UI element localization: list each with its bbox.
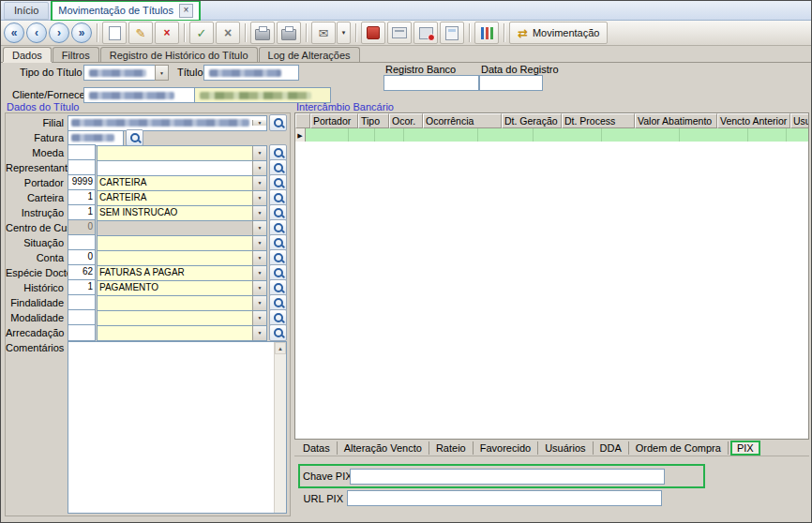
arrecadacao-dropdown-value	[98, 326, 252, 340]
column-header-ocor[interactable]: Ocor.	[389, 113, 423, 128]
tab-movimentacao-de-titulos[interactable]: Movimentação de Títulos ×	[51, 0, 201, 22]
historico-dropdown[interactable]: PAGAMENTO▼	[97, 280, 267, 296]
comentarios-textarea[interactable]: ▲	[68, 341, 287, 514]
row-marker-cell: ▶	[295, 128, 306, 142]
centro-de-custo-dropdown[interactable]: ▼	[97, 220, 267, 236]
new-record-button[interactable]	[102, 22, 127, 44]
tab-alteracao-vencto[interactable]: Alteração Vencto	[338, 441, 429, 455]
tab-usuarios[interactable]: Usuários	[538, 441, 593, 455]
close-tab-icon[interactable]: ×	[179, 4, 193, 18]
tab-dados[interactable]: Dados	[3, 47, 52, 62]
delete-record-button[interactable]: ×	[155, 22, 179, 44]
money-button[interactable]	[414, 22, 438, 44]
chart-button[interactable]	[474, 22, 499, 44]
grid-header-row: PortadorTipoOcor.OcorrênciaDt. GeraçãoDt…	[295, 113, 808, 128]
field-row-conta: Conta0▼	[6, 250, 290, 265]
chevron-down-icon: ▼	[252, 161, 266, 175]
findalidade-dropdown[interactable]: ▼	[97, 295, 267, 311]
nav-first-button[interactable]: «	[4, 22, 24, 43]
intercambio-bancario-title: Intercâmbio Bancário	[296, 102, 809, 112]
filial-lookup-button[interactable]	[269, 114, 287, 131]
fatura-lookup-button[interactable]	[126, 129, 143, 146]
representante-dropdown-value	[98, 161, 252, 175]
tab-rateio[interactable]: Rateio	[429, 441, 474, 455]
tab-log-de-alteracoes[interactable]: Log de Alterações	[259, 47, 360, 62]
registro-banco-input[interactable]	[383, 75, 479, 91]
nav-next-button[interactable]: ›	[49, 22, 69, 43]
tab-registro-de-historico-do-titulo[interactable]: Registro de Histórico do Título	[100, 47, 258, 62]
cliente-fornecedor-code-field[interactable]	[83, 87, 196, 103]
column-header-dt-geracao[interactable]: Dt. Geração	[502, 113, 562, 128]
tab-filtros[interactable]: Filtros	[53, 47, 99, 62]
nav-prev-button[interactable]: ‹	[26, 22, 47, 43]
toolbar-separator	[97, 23, 98, 42]
cell-valor-abatimento	[602, 128, 680, 142]
column-header-dt-process[interactable]: Dt. Process	[562, 113, 635, 128]
card-button[interactable]	[387, 22, 412, 44]
titulo-field[interactable]	[203, 65, 299, 81]
situacao-dropdown[interactable]: ▼	[97, 235, 267, 251]
scroll-up-icon[interactable]: ▲	[275, 342, 286, 354]
cell-dt-process	[534, 128, 602, 142]
red-document-icon	[367, 26, 380, 39]
fatura-input[interactable]	[68, 130, 124, 146]
send-mail-dropdown-button[interactable]: ▼	[337, 22, 351, 44]
arrecadacao-lookup-button[interactable]	[269, 324, 287, 341]
modalidade-label: Modalidade	[6, 312, 68, 323]
print-preview-button[interactable]	[277, 22, 301, 44]
cancel-icon: ×	[224, 26, 232, 39]
tab-favorecido[interactable]: Favorecido	[474, 441, 538, 455]
grid-selected-row[interactable]: ▶	[295, 128, 808, 142]
instrucao-dropdown[interactable]: SEM INSTRUCAO▼	[97, 205, 267, 221]
arrecadacao-code-input[interactable]	[68, 324, 96, 341]
column-header-ocorrencia[interactable]: Ocorrência	[423, 113, 502, 128]
column-header-tipo[interactable]: Tipo	[358, 113, 389, 128]
portador-dropdown[interactable]: CARTEIRA▼	[97, 175, 267, 191]
modalidade-dropdown[interactable]: ▼	[97, 310, 267, 326]
especie-docto-dropdown[interactable]: FATURAS A PAGAR▼	[97, 265, 267, 281]
tipo-do-titulo-field[interactable]	[83, 65, 160, 81]
send-mail-button[interactable]: ✉	[311, 22, 336, 44]
column-header-usuario[interactable]: Usuário	[790, 113, 809, 128]
representante-dropdown[interactable]: ▼	[97, 160, 267, 176]
comentarios-scrollbar[interactable]: ▲	[274, 342, 286, 513]
tab-dda[interactable]: DDA	[594, 441, 629, 455]
url-pix-input[interactable]	[347, 490, 662, 506]
chevron-down-icon: ▼	[252, 146, 266, 160]
movimentacao-button[interactable]: ⇄Movimentação	[509, 22, 608, 44]
filial-input[interactable]: ▼	[68, 115, 267, 131]
chevron-down-icon: ▼	[252, 191, 266, 205]
chave-pix-input[interactable]	[350, 469, 665, 485]
chevron-down-icon: ▼	[341, 30, 347, 36]
field-row-centro-de-custo: Centro de Custo0▼	[6, 220, 290, 235]
cancel-button[interactable]: ×	[216, 22, 240, 44]
tab-datas[interactable]: Datas	[296, 441, 338, 455]
confirm-button[interactable]: ✓	[189, 22, 214, 44]
redacted-text	[71, 119, 249, 127]
report-button[interactable]	[440, 22, 464, 44]
nav-last-button[interactable]: »	[71, 22, 92, 43]
moeda-dropdown[interactable]: ▼	[97, 145, 267, 161]
arrecadacao-dropdown[interactable]: ▼	[97, 325, 267, 341]
carteira-dropdown[interactable]: CARTEIRA▼	[97, 190, 267, 206]
column-header-vencto-anterior[interactable]: Vencto Anterior	[717, 113, 790, 128]
data-do-registro-input[interactable]	[479, 75, 543, 91]
export-button[interactable]	[361, 22, 385, 44]
nav-last-icon: »	[79, 27, 85, 38]
column-header-portador[interactable]: Portador	[310, 113, 358, 128]
conta-dropdown[interactable]: ▼	[97, 250, 267, 266]
tab-inicio[interactable]: Início	[4, 2, 49, 20]
tab-ordem-de-compra[interactable]: Ordem de Compra	[629, 441, 729, 455]
tipo-do-titulo-dropdown-button[interactable]: ▼	[155, 65, 169, 81]
magnifier-icon	[274, 118, 283, 127]
conta-label: Conta	[6, 252, 68, 263]
delete-icon: ×	[163, 27, 170, 38]
magnifier-icon	[274, 268, 283, 277]
tab-label: Movimentação de Títulos	[58, 5, 173, 16]
tab-pix[interactable]: PIX	[730, 441, 760, 456]
edit-record-button[interactable]: ✎	[128, 22, 153, 44]
toolbar: «‹›»✎×✓×✉▼⇄Movimentação	[1, 21, 811, 46]
column-header-valor-abatimento[interactable]: Valor Abatimento	[635, 113, 717, 128]
chevron-down-icon: ▼	[252, 176, 266, 190]
print-button[interactable]	[250, 22, 275, 44]
